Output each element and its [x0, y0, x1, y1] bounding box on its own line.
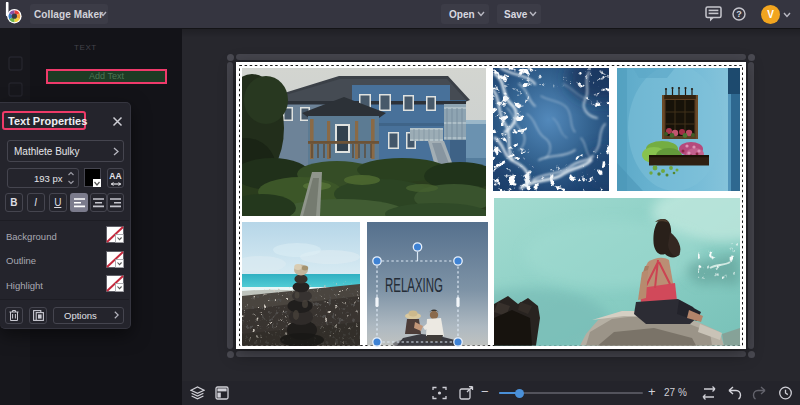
svg-text:?: ? — [736, 9, 742, 19]
